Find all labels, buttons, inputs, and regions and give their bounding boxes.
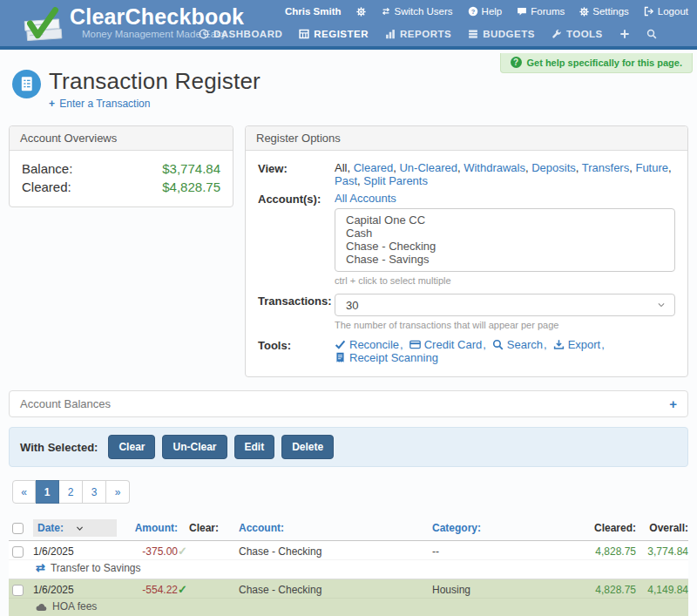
user-name[interactable]: Chris Smith: [285, 6, 342, 17]
user-menu-forums[interactable]: Forums: [517, 6, 565, 17]
cleared-check-icon[interactable]: ✓: [178, 583, 187, 596]
amount-sort-header[interactable]: Amount:: [135, 522, 178, 534]
transaction-category: Housing: [432, 579, 582, 599]
main-nav: DASHBOARDREGISTERREPORTSBUDGETSTOOLS: [199, 29, 657, 39]
transaction-row: 1/6/2025-375.00✓Chase - Checking--4,828.…: [9, 541, 688, 560]
view-link-withdrawals[interactable]: Withdrawals: [464, 161, 525, 174]
tool-link-search[interactable]: Search: [492, 338, 543, 351]
chart-icon: [385, 29, 396, 39]
overview-label: Balance:: [22, 159, 72, 178]
user-menu-logout[interactable]: Logout: [644, 6, 688, 17]
nav-plus[interactable]: [619, 29, 630, 39]
overview-row: Balance:$3,774.84: [22, 159, 220, 178]
view-link-deposits[interactable]: Deposits: [531, 161, 576, 174]
help-icon: ?: [468, 6, 478, 17]
overview-value: $3,774.84: [162, 159, 220, 178]
nav-dashboard[interactable]: DASHBOARD: [199, 29, 282, 39]
with-selected-bar: With Selected: ClearUn-ClearEditDelete: [9, 427, 688, 467]
overall-balance: 4,149.84: [636, 579, 688, 599]
date-sort-header[interactable]: Date:: [33, 519, 117, 537]
row-checkbox[interactable]: [12, 546, 24, 558]
checkbook-logo-icon: [23, 7, 63, 44]
grid-icon: [299, 29, 309, 39]
overview-value: $4,828.75: [162, 178, 220, 196]
account-sort-header[interactable]: Account:: [239, 522, 284, 534]
edit-button[interactable]: Edit: [234, 435, 275, 459]
transaction-account: Chase - Checking: [239, 541, 432, 560]
page-button-2[interactable]: 2: [59, 480, 83, 504]
enter-transaction-link[interactable]: + Enter a Transaction: [49, 98, 150, 110]
clear-button[interactable]: Clear: [108, 435, 155, 459]
nav-search[interactable]: [646, 29, 657, 39]
accounts-listbox[interactable]: Capital One CCCashChase - CheckingChase …: [335, 208, 675, 272]
un-clear-button[interactable]: Un-Clear: [162, 435, 227, 459]
view-link-future[interactable]: Future: [635, 161, 668, 174]
tools-label: Tools:: [258, 338, 335, 364]
register-options-panel: Register Options View: All, Cleared, Un-…: [245, 125, 688, 377]
transfer-icon: ⇄: [36, 563, 45, 573]
page-button-1[interactable]: 1: [36, 480, 59, 504]
view-link-un-cleared[interactable]: Un-Cleared: [399, 161, 457, 174]
tool-link-reconcile[interactable]: Reconcile: [335, 338, 399, 351]
view-link-transfers[interactable]: Transfers: [582, 161, 629, 174]
overall-header: Overall:: [636, 517, 688, 541]
comment-icon: [517, 6, 527, 17]
app-header: ClearCheckbook Money Management Made Eas…: [0, 0, 697, 50]
account-option-capital-one-cc[interactable]: Capital One CC: [335, 213, 674, 227]
all-accounts-link[interactable]: All Accounts: [335, 192, 396, 205]
page-button-3[interactable]: 3: [83, 480, 106, 504]
user-menu: Chris Smith Switch Users?HelpForumsSetti…: [285, 6, 688, 17]
nav-register[interactable]: REGISTER: [299, 29, 369, 39]
transaction-account: Chase - Checking: [239, 579, 432, 599]
rows-icon: [468, 29, 478, 39]
uncleared-check-icon[interactable]: ✓: [178, 545, 187, 558]
row-checkbox[interactable]: [12, 585, 24, 596]
transaction-table: Date: Amount: Clear: Account: Category: …: [9, 517, 688, 616]
view-link-all[interactable]: All: [335, 161, 347, 174]
transactions-select[interactable]: 30: [335, 294, 675, 316]
cleared-balance: 4,828.75: [582, 541, 636, 560]
account-balances-bar[interactable]: Account Balances +: [9, 390, 688, 417]
select-all-checkbox[interactable]: [12, 523, 24, 534]
transaction-date: 1/6/2025: [33, 579, 124, 599]
view-link-cleared[interactable]: Cleared: [354, 161, 394, 174]
delete-button[interactable]: Delete: [281, 435, 334, 459]
nav-budgets[interactable]: BUDGETS: [468, 29, 535, 39]
view-link-past[interactable]: Past: [335, 174, 357, 187]
transaction-amount: -554.22: [124, 579, 178, 599]
plus-icon: +: [49, 98, 55, 110]
transaction-amount: -375.00: [124, 541, 178, 560]
view-link-split-parents[interactable]: Split Parents: [363, 174, 428, 187]
user-menu-switch-users[interactable]: Switch Users: [381, 6, 453, 17]
tool-link-credit-card[interactable]: Credit Card: [409, 338, 482, 351]
search-icon: [492, 339, 504, 350]
transaction-category: --: [432, 541, 582, 560]
account-option-chase-checking[interactable]: Chase - Checking: [335, 240, 674, 253]
tools-links: Reconcile,Credit Card,Search,Export,Rece…: [335, 338, 675, 364]
page-help-banner[interactable]: ? Get help specifically for this page.: [500, 53, 694, 73]
page-button-[interactable]: «: [12, 480, 36, 504]
nav-tools[interactable]: TOOLS: [552, 29, 603, 39]
user-menu-help[interactable]: ?Help: [468, 6, 503, 17]
transaction-rows: 1/6/2025-375.00✓Chase - Checking--4,828.…: [9, 541, 688, 616]
page-title-block: Transaction Register + Enter a Transacti…: [12, 68, 697, 111]
account-overviews-panel: Account Overviews Balance:$3,774.84Clear…: [9, 125, 233, 207]
help-banner-text: Get help specifically for this page.: [527, 58, 683, 68]
logo-title: ClearCheckbook: [70, 5, 244, 29]
account-option-cash[interactable]: Cash: [335, 227, 674, 240]
transaction-date: 1/6/2025: [33, 541, 124, 560]
tool-link-receipt-scanning[interactable]: Receipt Scanning: [335, 351, 438, 364]
expand-plus-icon[interactable]: +: [669, 398, 677, 410]
account-overviews-body: Balance:$3,774.84Cleared:$4,828.75: [10, 151, 233, 206]
pagination: «123»: [12, 480, 130, 504]
category-sort-header[interactable]: Category:: [432, 522, 481, 534]
register-options-header: Register Options: [246, 126, 687, 151]
user-menu-gear[interactable]: [356, 7, 366, 17]
user-menu-settings[interactable]: Settings: [579, 6, 629, 17]
accounts-label: Account(s):: [258, 192, 335, 294]
nav-reports[interactable]: REPORTS: [385, 29, 451, 39]
account-balances-title: Account Balances: [20, 397, 111, 410]
tool-link-export[interactable]: Export: [553, 338, 601, 351]
page-button-[interactable]: »: [106, 480, 130, 504]
account-option-chase-savings[interactable]: Chase - Savings: [335, 253, 674, 266]
